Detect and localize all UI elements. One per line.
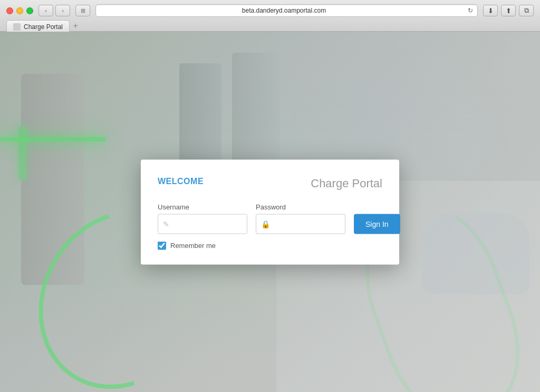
- traffic-lights: [6, 7, 33, 14]
- minimize-button[interactable]: [16, 7, 23, 14]
- tab-favicon: [13, 23, 21, 31]
- welcome-text: WELCOME: [158, 176, 204, 186]
- portal-name: Charge Portal: [311, 176, 382, 190]
- password-group: Password 🔒: [256, 203, 345, 234]
- username-group: Username ✎: [158, 203, 247, 234]
- share-button[interactable]: ⬆: [501, 5, 516, 16]
- active-tab[interactable]: Charge Portal: [6, 20, 70, 33]
- tabs-button[interactable]: ⧉: [519, 5, 534, 16]
- page-content: WELCOME Charge Portal Username ✎ Passwor…: [0, 32, 540, 392]
- username-input[interactable]: [158, 214, 247, 234]
- username-wrapper: ✎: [158, 214, 247, 234]
- url-text: beta.danderyd.oamportal.com: [100, 7, 468, 14]
- password-wrapper: 🔒: [256, 214, 345, 234]
- remember-label: Remember me: [170, 242, 216, 250]
- download-button[interactable]: ⬇: [483, 5, 498, 16]
- remember-row: Remember me: [158, 241, 382, 250]
- close-button[interactable]: [6, 7, 13, 14]
- new-tab-button[interactable]: +: [70, 20, 81, 32]
- back-button[interactable]: ‹: [38, 5, 53, 16]
- password-input[interactable]: [256, 214, 345, 234]
- browser-top-bar: ‹ › ⊞ beta.danderyd.oamportal.com ↻ ⬇ ⬆ …: [6, 4, 534, 17]
- browser-chrome: ‹ › ⊞ beta.danderyd.oamportal.com ↻ ⬇ ⬆ …: [0, 0, 540, 32]
- reload-button[interactable]: ↻: [468, 7, 473, 14]
- address-bar[interactable]: beta.danderyd.oamportal.com ↻: [95, 4, 478, 17]
- browser-actions: ⬇ ⬆ ⧉: [483, 5, 534, 16]
- tab-bar: Charge Portal +: [6, 20, 534, 33]
- reader-button[interactable]: ⊞: [75, 5, 90, 16]
- password-label: Password: [256, 203, 345, 211]
- tab-title: Charge Portal: [24, 23, 63, 31]
- forward-button[interactable]: ›: [55, 5, 70, 16]
- signin-button[interactable]: Sign In: [354, 214, 400, 234]
- login-modal: WELCOME Charge Portal Username ✎ Passwor…: [141, 159, 399, 264]
- nav-buttons: ‹ ›: [38, 5, 70, 16]
- maximize-button[interactable]: [26, 7, 33, 14]
- modal-header: WELCOME Charge Portal: [158, 176, 382, 190]
- username-label: Username: [158, 203, 247, 211]
- credentials-row: Username ✎ Password 🔒 Sign In: [158, 203, 382, 234]
- remember-checkbox[interactable]: [158, 241, 166, 250]
